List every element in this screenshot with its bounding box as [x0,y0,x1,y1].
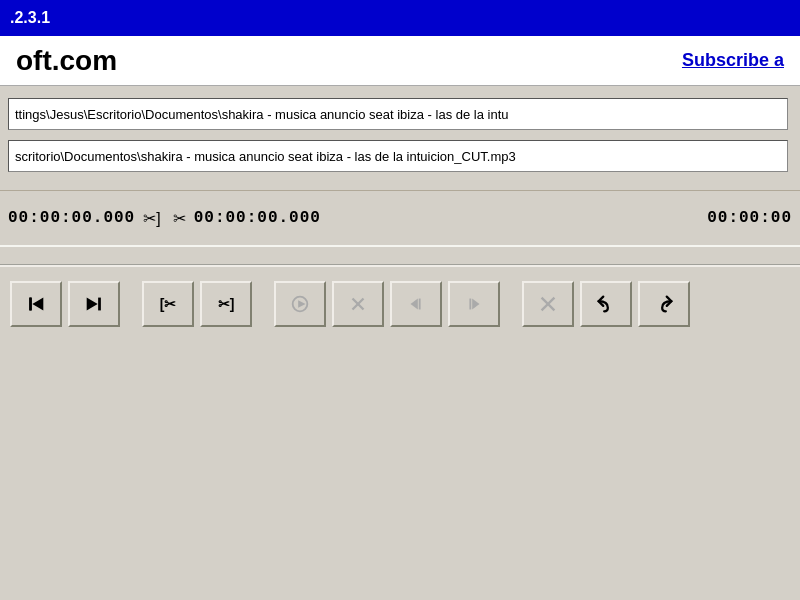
stop-icon [347,293,369,315]
stop-button[interactable] [332,281,384,327]
mark-end-button[interactable]: ✂] [200,281,252,327]
scissor-end-icon[interactable]: ✂ [173,209,186,228]
delete-button[interactable] [522,281,574,327]
title-bar: .2.3.1 [0,0,800,36]
back-button[interactable] [390,281,442,327]
svg-marker-4 [87,298,98,311]
play-from-button[interactable] [274,281,326,327]
fields-area [0,86,800,190]
undo-icon [595,293,617,315]
timecode-middle: 00:00:00.000 [194,209,321,227]
svg-marker-9 [411,299,418,310]
scissor-start-icon[interactable]: ✂] [143,209,160,228]
subscribe-link[interactable]: Subscribe a [682,50,784,71]
svg-marker-6 [298,300,305,307]
timecode-start: 00:00:00.000 [8,209,135,227]
mark-start-button[interactable]: [✂ [142,281,194,327]
svg-marker-2 [32,298,43,311]
timecode-area: 00:00:00.000 ✂] ✂ 00:00:00.000 00:00:00 [0,190,800,245]
main-content: 00:00:00.000 ✂] ✂ 00:00:00.000 00:00:00 [0,86,800,341]
title-bar-text: .2.3.1 [10,9,50,27]
mark-start-label: [✂ [160,296,177,312]
skip-start-icon [25,293,47,315]
delete-icon [537,293,559,315]
forward-icon [463,293,485,315]
bottom-separator [0,245,800,265]
header-area: oft.com Subscribe a [0,36,800,86]
svg-marker-11 [472,299,479,310]
output-file-input[interactable] [8,140,788,172]
toolbar-area: [✂ ✂] [0,265,800,341]
back-icon [405,293,427,315]
undo-button[interactable] [580,281,632,327]
redo-button[interactable] [638,281,690,327]
skip-start-button[interactable] [10,281,62,327]
forward-button[interactable] [448,281,500,327]
skip-end-button[interactable] [68,281,120,327]
skip-end-icon [83,293,105,315]
play-from-icon [289,293,311,315]
mark-end-label: ✂] [218,296,235,312]
redo-icon [653,293,675,315]
site-name: oft.com [16,45,117,77]
timecode-end: 00:00:00 [707,209,792,227]
input-row-2 [8,140,792,172]
input-row-1 [8,98,792,130]
source-file-input[interactable] [8,98,788,130]
